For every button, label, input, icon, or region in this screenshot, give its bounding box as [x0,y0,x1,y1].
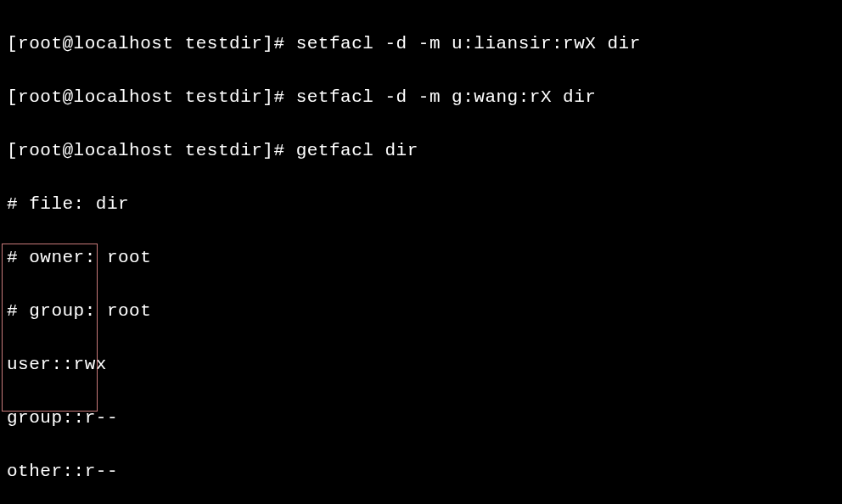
terminal[interactable]: [root@localhost testdir]# setfacl -d -m … [7,3,835,504]
output-line: # owner: root [7,244,835,272]
output-line: # group: root [7,298,835,325]
output-line: user::rwx [7,351,835,378]
output-line: group::r-- [7,405,835,432]
command-line: [root@localhost testdir]# setfacl -d -m … [7,84,835,111]
prompt: [root@localhost testdir]# [7,87,296,107]
output-line: # file: dir [7,191,835,218]
command: setfacl -d -m g:wang:rX dir [296,87,597,107]
output-line: other::r-- [7,458,835,485]
prompt: [root@localhost testdir]# [7,34,296,53]
command: setfacl -d -m u:liansir:rwX dir [296,34,641,53]
prompt: [root@localhost testdir]# [7,141,296,160]
command-line: [root@localhost testdir]# getfacl dir [7,137,835,165]
command: getfacl dir [296,141,418,160]
command-line: [root@localhost testdir]# setfacl -d -m … [7,31,835,58]
